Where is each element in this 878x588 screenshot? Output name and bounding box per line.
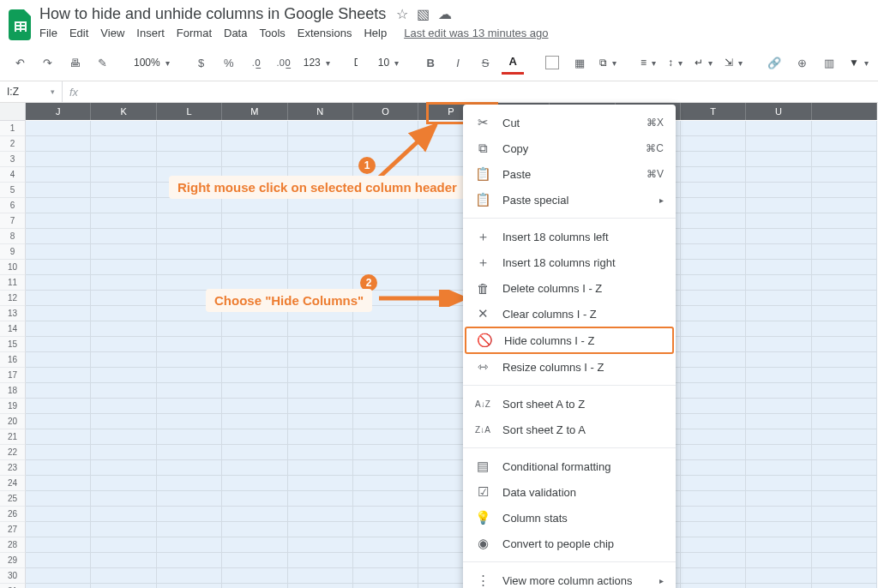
cell[interactable] — [353, 121, 418, 136]
column-header[interactable]: T — [681, 103, 746, 120]
cell[interactable] — [222, 198, 287, 213]
cell[interactable] — [812, 136, 877, 152]
cell[interactable] — [812, 507, 877, 522]
cell[interactable] — [812, 537, 877, 553]
cell[interactable] — [812, 368, 877, 383]
cell[interactable] — [812, 584, 877, 588]
cell[interactable] — [812, 229, 877, 244]
zoom-select[interactable]: 100% — [130, 52, 173, 73]
cell[interactable] — [222, 445, 287, 460]
cell[interactable] — [353, 507, 418, 522]
row-header[interactable]: 4 — [0, 167, 26, 183]
cell[interactable] — [353, 337, 418, 352]
cell[interactable] — [681, 429, 746, 445]
cell[interactable] — [222, 352, 287, 368]
cell[interactable] — [91, 213, 156, 229]
cell[interactable] — [746, 568, 811, 584]
format-percent[interactable]: % — [218, 52, 240, 73]
row-header[interactable]: 31 — [0, 584, 26, 588]
cell[interactable] — [26, 368, 91, 383]
cell[interactable] — [681, 229, 746, 244]
cell[interactable] — [288, 198, 353, 213]
cell[interactable] — [157, 399, 222, 414]
cell[interactable] — [91, 522, 156, 537]
cell[interactable] — [288, 522, 353, 537]
cell[interactable] — [812, 460, 877, 476]
cell[interactable] — [157, 337, 222, 352]
row-header[interactable]: 17 — [0, 368, 26, 383]
format-currency[interactable]: $ — [190, 52, 213, 73]
cell[interactable] — [681, 584, 746, 588]
cell[interactable] — [746, 445, 811, 460]
cell[interactable] — [746, 321, 811, 337]
column-header[interactable]: U — [746, 103, 811, 120]
cm-cut[interactable]: ✂Cut⌘X — [463, 110, 676, 135]
cell[interactable] — [91, 183, 156, 198]
cell[interactable] — [812, 553, 877, 568]
cell[interactable] — [222, 368, 287, 383]
select-all-corner[interactable] — [0, 103, 26, 121]
cm-insert-left[interactable]: ＋Insert 18 columns left — [463, 224, 676, 249]
cell[interactable] — [157, 260, 222, 275]
cell[interactable] — [288, 553, 353, 568]
cell[interactable] — [26, 229, 91, 244]
cell[interactable] — [681, 136, 746, 152]
menu-help[interactable]: Help — [364, 27, 387, 39]
cell[interactable] — [288, 229, 353, 244]
cell[interactable] — [353, 476, 418, 491]
cell[interactable] — [681, 244, 746, 260]
cell[interactable] — [26, 460, 91, 476]
doc-title[interactable]: How to hide and unhide columns in Google… — [39, 5, 386, 23]
cell[interactable] — [91, 584, 156, 588]
cell[interactable] — [91, 429, 156, 445]
number-format[interactable]: 123 — [300, 52, 334, 73]
cell[interactable] — [288, 152, 353, 167]
row-header[interactable]: 13 — [0, 306, 26, 321]
cell[interactable] — [26, 429, 91, 445]
cell[interactable] — [746, 121, 811, 136]
cell[interactable] — [157, 414, 222, 429]
cell[interactable] — [222, 584, 287, 588]
cell[interactable] — [222, 568, 287, 584]
cell[interactable] — [746, 553, 811, 568]
cell[interactable] — [91, 337, 156, 352]
cell[interactable] — [222, 491, 287, 507]
cell[interactable] — [26, 491, 91, 507]
cell[interactable] — [681, 491, 746, 507]
cell[interactable] — [812, 321, 877, 337]
cell[interactable] — [91, 414, 156, 429]
cell[interactable] — [681, 121, 746, 136]
cell[interactable] — [746, 337, 811, 352]
cell[interactable] — [746, 507, 811, 522]
cell[interactable] — [681, 568, 746, 584]
cell[interactable] — [288, 460, 353, 476]
cell[interactable] — [91, 383, 156, 399]
cell[interactable] — [26, 399, 91, 414]
cell[interactable] — [288, 445, 353, 460]
cell[interactable] — [26, 213, 91, 229]
row-header[interactable]: 24 — [0, 476, 26, 491]
cell[interactable] — [288, 121, 353, 136]
cell[interactable] — [681, 522, 746, 537]
cell[interactable] — [288, 399, 353, 414]
cell[interactable] — [222, 213, 287, 229]
cell[interactable] — [157, 229, 222, 244]
cell[interactable] — [91, 352, 156, 368]
cell[interactable] — [746, 491, 811, 507]
cell[interactable] — [91, 321, 156, 337]
row-header[interactable]: 16 — [0, 352, 26, 368]
row-header[interactable]: 15 — [0, 337, 26, 352]
cell[interactable] — [222, 244, 287, 260]
cell[interactable] — [91, 244, 156, 260]
cell[interactable] — [746, 167, 811, 183]
cell[interactable] — [681, 445, 746, 460]
cell[interactable] — [812, 213, 877, 229]
cell[interactable] — [91, 491, 156, 507]
cell[interactable] — [681, 152, 746, 167]
cell[interactable] — [812, 167, 877, 183]
borders-icon[interactable]: ▦ — [568, 52, 591, 73]
cell[interactable] — [222, 537, 287, 553]
cell[interactable] — [681, 368, 746, 383]
cell[interactable] — [157, 584, 222, 588]
cell[interactable] — [157, 553, 222, 568]
